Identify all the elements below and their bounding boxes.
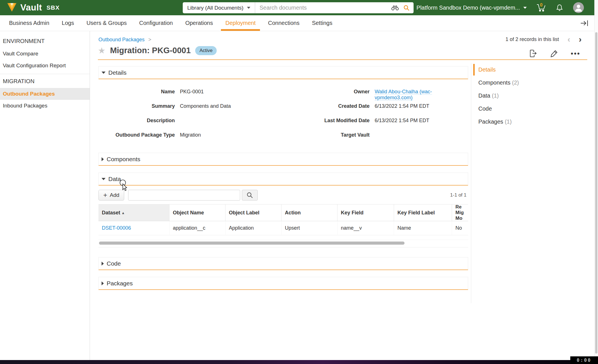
cell-action: Upsert — [281, 221, 337, 235]
next-record-chevron[interactable]: › — [579, 36, 582, 42]
field-value: Migration — [175, 132, 201, 138]
field-label: Last Modified Date — [283, 117, 370, 124]
sidebar-item-vault-configuration-report[interactable]: Vault Configuration Report — [0, 60, 90, 72]
top-header: Vault SBX Library (All Documents) — [0, 0, 598, 15]
column-header-key-field[interactable]: Key Field — [337, 204, 394, 221]
field-row: Created Date 6/13/2022 1:54 PM EDT — [283, 103, 468, 117]
anchor-data[interactable]: Data (1) — [473, 91, 586, 101]
tab-business-admin[interactable]: Business Admin — [3, 15, 55, 31]
data-search-input[interactable] — [128, 190, 240, 201]
plus-icon: + — [103, 192, 107, 199]
column-label: Key Field Label — [397, 210, 435, 216]
data-table: Dataset ▴ Object Name Object Label Actio… — [98, 204, 468, 247]
section-header-data[interactable]: Data — [98, 173, 468, 186]
brand[interactable]: Vault SBX — [7, 0, 60, 15]
details-fields: Name PKG-0001 Summary Components and Dat… — [98, 79, 468, 153]
horizontal-scrollbar — [98, 242, 468, 245]
bottom-bar — [0, 360, 598, 364]
vertical-scrollbar-thumb[interactable] — [595, 32, 597, 354]
anchor-label: Code — [478, 105, 492, 112]
table-header-row: Dataset ▴ Object Name Object Label Actio… — [98, 204, 468, 221]
cart-button[interactable]: 0 — [536, 3, 546, 12]
vertical-scrollbar — [594, 0, 598, 360]
add-button-label: Add — [110, 192, 119, 198]
section-header-components[interactable]: Components — [98, 153, 468, 166]
tab-deployment[interactable]: Deployment — [219, 15, 262, 31]
search-input[interactable] — [255, 5, 392, 11]
expand-triangle-icon — [102, 281, 104, 285]
field-row: Outbound Package Type Migration — [98, 132, 283, 146]
favorite-star-icon[interactable]: ★ — [98, 46, 106, 55]
column-header-key-field-label[interactable]: Key Field Label — [394, 204, 452, 221]
field-label: Created Date — [283, 103, 370, 109]
section-header-packages[interactable]: Packages — [98, 277, 468, 290]
search-scope-dropdown[interactable]: Library (All Documents) — [183, 2, 255, 13]
breadcrumb-separator: > — [148, 37, 151, 42]
breadcrumb-link-outbound-packages[interactable]: Outbound Packages — [98, 37, 145, 42]
tab-settings[interactable]: Settings — [306, 15, 339, 31]
brand-name: Vault — [20, 3, 42, 13]
section-title: Packages — [107, 280, 133, 287]
column-label-line: Re — [455, 204, 462, 210]
sidebar-item-vault-compare[interactable]: Vault Compare — [0, 48, 90, 60]
binoculars-icon[interactable] — [391, 5, 399, 11]
tab-configuration[interactable]: Configuration — [133, 15, 179, 31]
expand-view-icon[interactable] — [580, 20, 589, 27]
main-content: Outbound Packages > 1 of 2 records in th… — [90, 31, 598, 360]
column-label: Object Label — [229, 210, 259, 216]
data-toolbar: + Add 1-1 of 1 — [98, 189, 468, 201]
tab-operations[interactable]: Operations — [179, 15, 219, 31]
sidebar-item-inbound-packages[interactable]: Inbound Packages — [0, 100, 90, 112]
dataset-link[interactable]: DSET-00006 — [102, 225, 131, 231]
cell-key-field: name__v — [337, 221, 394, 235]
section-header-code[interactable]: Code — [98, 257, 468, 270]
column-label-line: Mig — [455, 210, 464, 216]
notifications-bell-icon[interactable] — [556, 3, 563, 12]
tab-logs[interactable]: Logs — [55, 15, 80, 31]
collapse-triangle-icon — [102, 178, 106, 180]
field-label: Summary — [98, 103, 175, 109]
owner-link[interactable]: Walid Abou-Chalha (wac-vpmdemo3.com) — [375, 89, 432, 101]
column-header-dataset[interactable]: Dataset ▴ — [98, 204, 169, 221]
field-value: PKG-0001 — [175, 88, 204, 95]
tab-users-groups[interactable]: Users & Groups — [80, 15, 133, 31]
recording-timer: 0:00 — [570, 356, 598, 364]
anchor-label: Details — [478, 66, 496, 73]
data-search-button[interactable] — [242, 190, 258, 201]
sidebar-item-outbound-packages[interactable]: Outbound Packages — [0, 88, 90, 100]
anchor-label: Packages — [478, 119, 503, 125]
export-record-icon[interactable] — [529, 49, 537, 58]
anchor-count: (1) — [492, 92, 499, 99]
sidebar-divider — [0, 74, 90, 74]
environment-label: SBX — [47, 4, 60, 11]
field-label: Description — [98, 117, 175, 124]
field-row: Target Vault — [283, 132, 468, 146]
cell-object-label: Application — [225, 221, 281, 235]
field-row: Description — [98, 117, 283, 132]
column-header-object-label[interactable]: Object Label — [225, 204, 281, 221]
anchor-components[interactable]: Components (2) — [473, 77, 586, 88]
collapse-triangle-icon — [102, 72, 106, 74]
column-label-line: Mo — [455, 216, 463, 221]
anchor-details[interactable]: Details — [473, 64, 586, 75]
search-icon[interactable] — [403, 5, 410, 11]
more-actions-icon[interactable]: ••• — [571, 52, 580, 55]
previous-record-chevron[interactable]: ‹ — [567, 36, 570, 42]
anchor-packages[interactable]: Packages (1) — [473, 117, 586, 127]
horizontal-scrollbar-thumb[interactable] — [99, 242, 405, 245]
anchor-code[interactable]: Code — [473, 104, 586, 114]
tab-connections[interactable]: Connections — [262, 15, 306, 31]
edit-pencil-icon[interactable] — [550, 49, 558, 58]
column-header-record-migration-mode[interactable]: Re Mig Mo — [452, 204, 465, 221]
section-header-details[interactable]: Details — [98, 66, 468, 79]
field-label: Name — [98, 88, 175, 95]
vault-selector[interactable]: Platform Sandbox Demo (wac-vpmdem... — [416, 5, 527, 11]
column-header-object-name[interactable]: Object Name — [169, 204, 225, 221]
field-value — [370, 132, 375, 132]
column-label: Action — [285, 210, 301, 216]
user-avatar[interactable] — [573, 2, 584, 13]
expand-triangle-icon — [102, 262, 104, 266]
field-label: Outbound Package Type — [98, 132, 175, 138]
add-dataset-button[interactable]: + Add — [98, 190, 124, 201]
column-header-action[interactable]: Action — [281, 204, 337, 221]
